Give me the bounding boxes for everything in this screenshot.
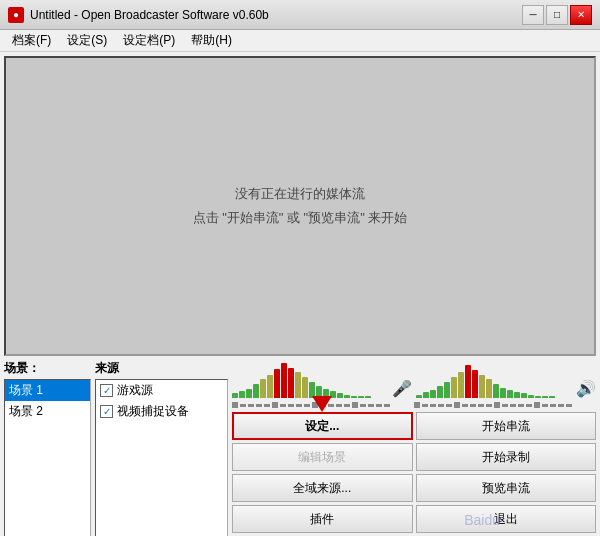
scale-left [232, 400, 390, 410]
speaker-icon: 🔊 [576, 378, 596, 398]
minimize-button[interactable]: ─ [522, 5, 544, 25]
scene-item-2[interactable]: 场景 2 [5, 401, 90, 422]
window-controls: ─ □ ✕ [522, 5, 592, 25]
preview-area: 没有正在进行的媒体流 点击 "开始串流" 或 "预览串流" 来开始 [4, 56, 596, 356]
scenes-panel: 场景： 场景 1 场景 2 [4, 360, 91, 536]
buttons-grid: 设定... 开始串流 编辑场景 开始录制 全域来源... 预览串流 插件 退出 [232, 412, 596, 536]
window-title: Untitled - Open Broadcaster Software v0.… [30, 8, 522, 22]
menu-file[interactable]: 档案(F) [4, 30, 59, 51]
sources-label: 来源 [95, 360, 228, 377]
edit-scene-button[interactable]: 编辑场景 [232, 443, 413, 471]
source-label-0: 游戏源 [117, 382, 153, 399]
controls-panel: 🎤 🔊 设定... 开始串流 编辑场景 开始录制 全域来源... 预览串流 插件… [232, 360, 596, 536]
start-record-button[interactable]: 开始录制 [416, 443, 597, 471]
watermark: Baidu [464, 512, 500, 528]
menu-profiles[interactable]: 设定档(P) [115, 30, 183, 51]
bottom-section: 场景： 场景 1 场景 2 来源 ✓ 游戏源 ✓ 视频捕捉设备 🎤 🔊 [4, 360, 596, 536]
source-checkbox-1[interactable]: ✓ [100, 405, 113, 418]
scenes-label: 场景： [4, 360, 91, 377]
preview-line1: 没有正在进行的媒体流 [235, 185, 365, 203]
exit-button[interactable]: 退出 [416, 505, 597, 533]
title-bar: ● Untitled - Open Broadcaster Software v… [0, 0, 600, 30]
sources-panel: 来源 ✓ 游戏源 ✓ 视频捕捉设备 [95, 360, 228, 536]
source-item-0[interactable]: ✓ 游戏源 [96, 380, 227, 401]
preview-line2: 点击 "开始串流" 或 "预览串流" 来开始 [193, 209, 408, 227]
preview-stream-button[interactable]: 预览串流 [416, 474, 597, 502]
source-label-1: 视频捕捉设备 [117, 403, 189, 420]
settings-button[interactable]: 设定... [232, 412, 413, 440]
menu-bar: 档案(F) 设定(S) 设定档(P) 帮助(H) [0, 30, 600, 52]
scale-row [232, 400, 596, 410]
menu-settings[interactable]: 设定(S) [59, 30, 115, 51]
audio-meter-right [416, 365, 572, 398]
source-checkbox-0[interactable]: ✓ [100, 384, 113, 397]
audio-meter-left [232, 363, 388, 398]
scene-item-1[interactable]: 场景 1 [5, 380, 90, 401]
source-item-1[interactable]: ✓ 视频捕捉设备 [96, 401, 227, 422]
meters-row: 🎤 🔊 [232, 360, 596, 400]
mic-icon: 🎤 [392, 378, 412, 398]
scenes-list[interactable]: 场景 1 场景 2 [4, 379, 91, 536]
sources-list[interactable]: ✓ 游戏源 ✓ 视频捕捉设备 [95, 379, 228, 536]
close-button[interactable]: ✕ [570, 5, 592, 25]
app-icon: ● [8, 7, 24, 23]
maximize-button[interactable]: □ [546, 5, 568, 25]
start-stream-button[interactable]: 开始串流 [416, 412, 597, 440]
global-sources-button[interactable]: 全域来源... [232, 474, 413, 502]
plugins-button[interactable]: 插件 [232, 505, 413, 533]
scale-right [414, 400, 572, 410]
arrow-indicator [312, 396, 332, 412]
menu-help[interactable]: 帮助(H) [183, 30, 240, 51]
